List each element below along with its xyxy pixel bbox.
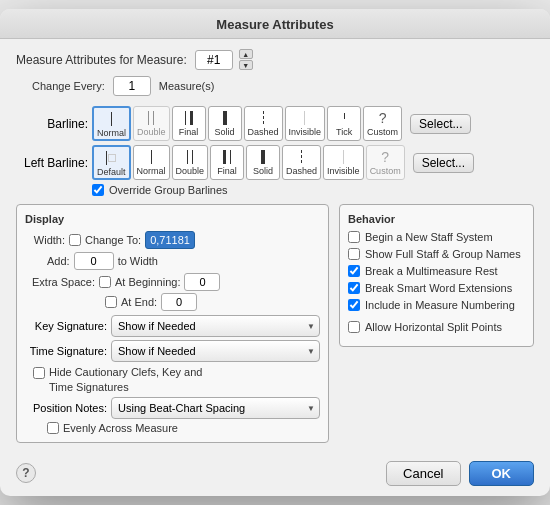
behavior-section: Behavior Begin a New Staff System Show F…: [339, 204, 534, 347]
behavior-title: Behavior: [348, 213, 525, 225]
measure-suffix: Measure(s): [159, 80, 215, 92]
show-full-staff-label: Show Full Staff & Group Names: [365, 248, 521, 260]
cautionary-label-1: Hide Cautionary Clefs, Key and: [49, 365, 202, 379]
begin-staff-checkbox[interactable]: [348, 231, 360, 243]
add-label: Add:: [47, 255, 70, 267]
cautionary-checkbox[interactable]: [33, 367, 45, 379]
include-numbering-checkbox[interactable]: [348, 299, 360, 311]
barline-dashed[interactable]: Dashed: [244, 106, 283, 141]
break-multimeasure-checkbox[interactable]: [348, 265, 360, 277]
barline-buttons: Normal Double: [92, 106, 402, 141]
at-end-checkbox[interactable]: [105, 296, 117, 308]
override-checkbox[interactable]: [92, 184, 104, 196]
key-sig-dropdown[interactable]: Show if Needed Always Show Never Show: [111, 315, 320, 337]
left-barline-normal[interactable]: Normal: [133, 145, 170, 180]
measure-input[interactable]: [195, 50, 233, 70]
at-beginning-input[interactable]: [184, 273, 220, 291]
at-end-input[interactable]: [161, 293, 197, 311]
break-smart-word-label: Break Smart Word Extensions: [365, 282, 512, 294]
left-barline-invisible[interactable]: Invisible: [323, 145, 364, 180]
barline-label: Barline:: [16, 117, 88, 131]
cancel-button[interactable]: Cancel: [386, 461, 460, 486]
at-beginning-checkbox[interactable]: [99, 276, 111, 288]
barline-select-button[interactable]: Select...: [410, 114, 471, 134]
to-width-label: to Width: [118, 255, 158, 267]
break-multimeasure-label: Break a Multimeasure Rest: [365, 265, 498, 277]
allow-split-label: Allow Horizontal Split Points: [365, 321, 502, 333]
help-button[interactable]: ?: [16, 463, 36, 483]
measure-label: Measure Attributes for Measure:: [16, 53, 187, 67]
barline-custom[interactable]: ? Custom: [363, 106, 402, 141]
pos-notes-dropdown[interactable]: Using Beat-Chart Spacing Evenly Manually: [111, 397, 320, 419]
width-label: Width:: [25, 234, 65, 246]
dialog-footer: ? Cancel OK: [0, 453, 550, 496]
cautionary-label-2: Time Signatures: [49, 380, 202, 394]
barline-tick[interactable]: Tick: [327, 106, 361, 141]
begin-staff-label: Begin a New Staff System: [365, 231, 493, 243]
measure-spinner[interactable]: ▲ ▼: [239, 49, 253, 70]
measure-attributes-dialog: Measure Attributes Measure Attributes fo…: [0, 9, 550, 496]
extra-space-label: Extra Space:: [25, 276, 95, 288]
spinner-up[interactable]: ▲: [239, 49, 253, 59]
add-input[interactable]: [74, 252, 114, 270]
left-barline-custom[interactable]: ? Custom: [366, 145, 405, 180]
change-every-input[interactable]: [113, 76, 151, 96]
left-barline-dashed[interactable]: Dashed: [282, 145, 321, 180]
time-sig-label: Time Signature:: [25, 345, 107, 357]
barline-double[interactable]: Double: [133, 106, 170, 141]
key-sig-dropdown-wrapper: Show if Needed Always Show Never Show: [111, 315, 320, 337]
time-sig-dropdown[interactable]: Show if Needed Always Show Never Show: [111, 340, 320, 362]
display-section: Display Width: Change To: Add: to Width …: [16, 204, 329, 443]
change-to-label: Change To:: [85, 234, 141, 246]
key-sig-label: Key Signature:: [25, 320, 107, 332]
ok-button[interactable]: OK: [469, 461, 535, 486]
pos-notes-label: Position Notes:: [25, 402, 107, 414]
evenly-label: Evenly Across Measure: [63, 422, 178, 434]
left-barline-solid[interactable]: Solid: [246, 145, 280, 180]
spinner-down[interactable]: ▼: [239, 60, 253, 70]
left-barline-label: Left Barline:: [16, 156, 88, 170]
show-full-staff-checkbox[interactable]: [348, 248, 360, 260]
time-sig-dropdown-wrapper: Show if Needed Always Show Never Show: [111, 340, 320, 362]
allow-split-checkbox[interactable]: [348, 321, 360, 333]
left-barline-default[interactable]: Default: [92, 145, 131, 180]
barline-solid[interactable]: Solid: [208, 106, 242, 141]
at-end-label: At End:: [121, 296, 157, 308]
override-label: Override Group Barlines: [109, 184, 228, 196]
include-numbering-label: Include in Measure Numbering: [365, 299, 515, 311]
left-barline-buttons: Default Normal: [92, 145, 405, 180]
left-barline-double[interactable]: Double: [172, 145, 209, 180]
dialog-title: Measure Attributes: [0, 9, 550, 39]
barline-invisible[interactable]: Invisible: [285, 106, 326, 141]
pos-notes-dropdown-wrapper: Using Beat-Chart Spacing Evenly Manually: [111, 397, 320, 419]
barline-final[interactable]: Final: [172, 106, 206, 141]
at-beginning-label: At Beginning:: [115, 276, 180, 288]
barline-normal[interactable]: Normal: [92, 106, 131, 141]
left-barline-select-button[interactable]: Select...: [413, 153, 474, 173]
left-barline-final[interactable]: Final: [210, 145, 244, 180]
change-to-input[interactable]: [145, 231, 195, 249]
change-every-label: Change Every:: [32, 80, 105, 92]
change-to-checkbox[interactable]: [69, 234, 81, 246]
break-smart-word-checkbox[interactable]: [348, 282, 360, 294]
evenly-checkbox[interactable]: [47, 422, 59, 434]
display-title: Display: [25, 213, 320, 225]
